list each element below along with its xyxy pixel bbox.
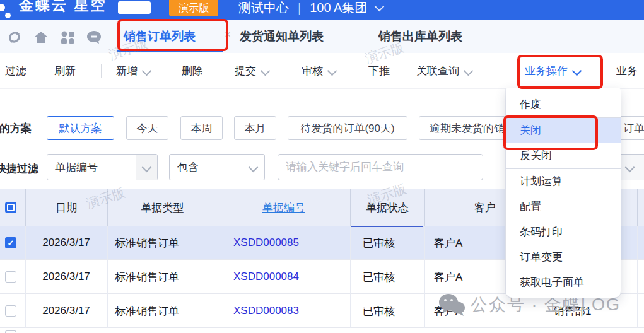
push-down-button[interactable]: 下推 xyxy=(368,53,390,88)
col-header-no[interactable]: 单据编号 xyxy=(218,189,350,226)
workspace-name: 测试中心 xyxy=(238,0,289,16)
active-tab-underline xyxy=(117,50,223,52)
cell-customer: 客户A xyxy=(434,260,462,294)
org-name: 100 A集团 xyxy=(310,0,367,16)
row-checkbox-checked[interactable]: ✓ xyxy=(5,237,16,248)
menu-item-order-change[interactable]: 订单变更 xyxy=(506,245,621,270)
app-logo: 金蝶云 星空 xyxy=(19,0,107,15)
cell-type: 标准销售订单 xyxy=(115,260,179,294)
cell-status: 已审核 xyxy=(363,260,395,294)
message-icon[interactable] xyxy=(86,30,102,45)
menu-item-config[interactable]: 配置 xyxy=(506,194,621,219)
scheme-today-button[interactable]: 今天 xyxy=(126,116,168,140)
quick-filter-label: 快捷过滤 xyxy=(0,161,38,176)
tab-sales-outbound-list[interactable]: 销售出库单列表 xyxy=(378,28,462,45)
toolbar-divider xyxy=(101,64,102,78)
chevron-down-icon xyxy=(572,66,582,76)
tab-delivery-notice-list[interactable]: 发货通知单列表 xyxy=(240,28,324,45)
sync-icon[interactable] xyxy=(6,30,23,45)
menu-item-unclose[interactable]: 反关闭 xyxy=(506,143,621,168)
cell-type: 标准销售订单 xyxy=(115,294,179,328)
home-icon[interactable] xyxy=(33,30,49,45)
cell-order-no-link[interactable]: XSDD000084 xyxy=(233,260,299,294)
scheme-month-button[interactable]: 本月 xyxy=(234,116,276,140)
business-operation-button[interactable]: 业务操作 xyxy=(525,53,580,88)
edition-badge xyxy=(118,1,151,14)
logo-dot-icon xyxy=(5,13,11,18)
cell-customer: 客户A xyxy=(434,226,462,260)
keyword-search-input[interactable] xyxy=(278,154,483,180)
top-header-bar: 金蝶云 星空 演示版 测试中心 | 100 A集团 xyxy=(0,0,644,20)
org-switcher[interactable]: 测试中心 | 100 A集团 xyxy=(238,0,383,19)
add-button[interactable]: 新增 xyxy=(116,53,150,88)
row-checkbox[interactable] xyxy=(5,330,16,333)
chevron-down-icon xyxy=(464,66,474,76)
cell-customer: 客户A xyxy=(434,294,462,328)
workspace-separator: | xyxy=(298,1,301,15)
audit-button[interactable]: 审核 xyxy=(302,53,336,88)
toolbar-divider xyxy=(351,64,351,78)
refresh-button[interactable]: 刷新 xyxy=(54,53,76,88)
chevron-down-icon xyxy=(142,162,152,172)
my-scheme-label: 我的方案 xyxy=(0,121,32,136)
cell-type: 标准销售订单 xyxy=(115,226,179,260)
menu-item-plan-calc[interactable]: 计划运算 xyxy=(506,169,621,194)
chevron-down-icon xyxy=(625,163,635,173)
menu-item-void[interactable]: 作废 xyxy=(506,92,621,117)
filter-field-select[interactable]: 单据编号 xyxy=(47,154,158,180)
scheme-week-button[interactable]: 本周 xyxy=(180,116,223,140)
menu-item-get-ewaybill[interactable]: 获取电子面单 xyxy=(506,270,621,295)
tab-sales-order-list[interactable]: 销售订单列表 xyxy=(124,28,196,45)
col-header-type[interactable]: 单据类型 xyxy=(107,189,218,226)
logo-dot-icon xyxy=(0,4,5,11)
cell-order-no-link[interactable]: XSDD000083 xyxy=(233,294,299,328)
filter-operator-select[interactable]: 包含 xyxy=(169,154,265,180)
cell-date: 2026/3/17 xyxy=(25,294,107,328)
menu-item-close[interactable]: 关闭 xyxy=(506,118,621,143)
cell-date: 2026/3/17 xyxy=(25,260,107,294)
chevron-down-icon xyxy=(142,66,152,76)
demo-version-badge: 演示版 xyxy=(169,0,218,16)
cell-order-no-link[interactable]: XSDD000085 xyxy=(233,226,299,260)
col-header-date[interactable]: 日期 xyxy=(25,189,107,226)
row-checkbox[interactable] xyxy=(5,271,16,283)
scheme-pending90-button[interactable]: 待发货的订单(90天) xyxy=(288,116,407,140)
tab-bar: 销售订单列表 × 发货通知单列表 销售出库单列表 xyxy=(0,20,644,54)
table-row[interactable]: 2026/3/17 标准销售订单 XSDD000083 已审核 客户A 销售部1 xyxy=(0,294,644,328)
menu-item-barcode-print[interactable]: 条码打印 xyxy=(506,219,621,245)
apps-grid-icon[interactable] xyxy=(59,30,76,45)
col-header-status[interactable]: 单据状态 xyxy=(350,189,424,226)
chevron-down-icon xyxy=(261,66,271,76)
filter-operator-value: 包含 xyxy=(177,155,199,180)
chevron-down-icon xyxy=(375,2,385,12)
scheme-default-button[interactable]: 默认方案 xyxy=(47,116,114,140)
business-button-cut[interactable]: 业务 xyxy=(616,53,638,88)
linked-query-button[interactable]: 关联查询 xyxy=(416,53,472,88)
app-window: 金蝶云 星空 演示版 测试中心 | 100 A集团 销售订单列表 xyxy=(0,0,644,333)
filter-button[interactable]: 过滤 xyxy=(5,53,26,88)
focused-cell-outline xyxy=(351,226,423,259)
delete-button[interactable]: 删除 xyxy=(182,53,203,88)
select-chevron-segment[interactable] xyxy=(136,155,157,180)
cell-dept: 销售部1 xyxy=(553,294,591,328)
cell-status: 已审核 xyxy=(363,294,395,328)
business-operation-menu: 作废 关闭 反关闭 计划运算 配置 条码打印 订单变更 获取电子面单 xyxy=(506,88,621,298)
tab-close-icon[interactable]: × xyxy=(225,28,231,41)
row-checkbox[interactable] xyxy=(5,305,16,317)
chevron-down-icon xyxy=(249,163,259,173)
filter-field-value: 单据编号 xyxy=(55,155,98,180)
chevron-down-icon xyxy=(327,66,337,76)
toolbar: 过滤 刷新 新增 删除 提交 审核 下推 关联查询 业务操作 业务 xyxy=(0,53,644,89)
submit-button[interactable]: 提交 xyxy=(235,53,269,88)
select-all-checkbox[interactable] xyxy=(5,202,16,213)
cell-date: 2026/3/17 xyxy=(25,226,107,260)
